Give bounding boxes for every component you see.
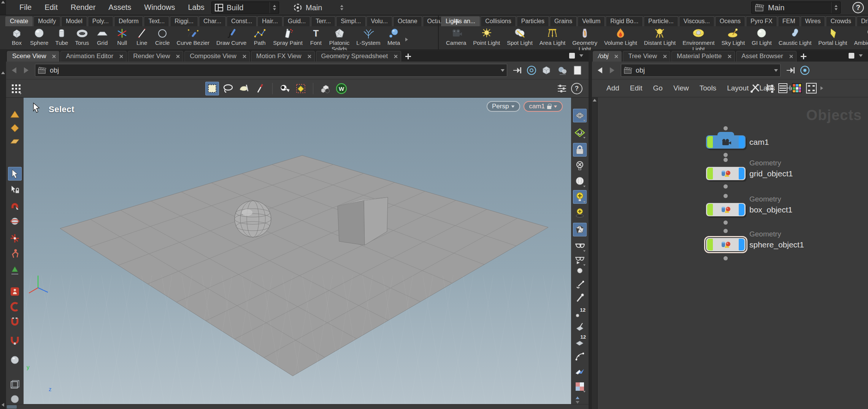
net-menu-tools[interactable]: Tools bbox=[694, 84, 722, 92]
menu-windows[interactable]: Windows bbox=[138, 3, 181, 12]
display-materials-icon[interactable] bbox=[573, 223, 587, 236]
node-output-connector[interactable] bbox=[724, 256, 728, 260]
node-flag-right[interactable] bbox=[739, 168, 744, 179]
pane-menu-icon[interactable] bbox=[579, 54, 583, 57]
node-output-connector[interactable] bbox=[724, 220, 728, 225]
shelf-tab-vellum[interactable]: Vellum bbox=[578, 16, 605, 26]
close-icon[interactable] bbox=[614, 54, 618, 59]
tool-grid[interactable]: Grid bbox=[92, 27, 112, 46]
close-icon[interactable] bbox=[52, 54, 56, 59]
shelf-tab-particles[interactable]: Particles bbox=[517, 16, 549, 26]
tool-metaball[interactable]: Meta bbox=[384, 27, 404, 46]
shelf-tab-deform[interactable]: Deform bbox=[114, 16, 143, 26]
radial-menu-icon[interactable] bbox=[800, 66, 809, 75]
hide-others-icon[interactable] bbox=[573, 239, 587, 253]
construction-plane-icon[interactable] bbox=[573, 109, 587, 122]
palette-grid-icon[interactable] bbox=[792, 83, 802, 94]
tool-gi-light[interactable]: GI Light bbox=[748, 27, 775, 46]
nav-forward-button[interactable] bbox=[21, 66, 31, 75]
tool-point-light[interactable]: Point Light bbox=[470, 27, 503, 46]
pane-maximize-icon[interactable] bbox=[849, 53, 854, 59]
spinner-icon[interactable] bbox=[337, 2, 346, 13]
camera-menu-pill[interactable]: cam1 bbox=[524, 101, 563, 112]
view-tool-icon[interactable] bbox=[8, 108, 22, 122]
box-select-button[interactable] bbox=[205, 82, 219, 95]
node-box-object1[interactable]: Geometry box_object1 bbox=[706, 203, 746, 216]
radial-menu-icon[interactable] bbox=[527, 66, 536, 75]
handles-tool-icon[interactable] bbox=[8, 121, 22, 135]
shelf-tab-fem[interactable]: FEM bbox=[778, 16, 800, 26]
view-lock-icon[interactable] bbox=[573, 143, 587, 157]
network-path-field[interactable]: obj bbox=[621, 64, 781, 77]
magnet-c-icon[interactable] bbox=[8, 300, 22, 314]
secure-select-icon[interactable] bbox=[8, 183, 22, 197]
shelf-tab-rigging[interactable]: Riggi... bbox=[170, 16, 198, 26]
new-tab-button[interactable] bbox=[405, 54, 411, 59]
reference-plane-icon[interactable] bbox=[573, 126, 587, 140]
list-view-icon[interactable] bbox=[778, 83, 788, 94]
network-scrollbar[interactable] bbox=[592, 97, 598, 409]
viewport-bottom-scrollbar[interactable] bbox=[6, 404, 589, 409]
node-input-connector[interactable] bbox=[724, 158, 728, 162]
shelf-tab-volume[interactable]: Volu... bbox=[367, 16, 392, 26]
shelf-tab-pyro[interactable]: Pyro FX bbox=[746, 16, 777, 26]
tool-portal-light[interactable]: Portal Light bbox=[815, 27, 851, 46]
shelf-tab-grains[interactable]: Grains bbox=[550, 16, 577, 26]
shelf-tab-drive-sim[interactable]: Drive Si... bbox=[857, 16, 868, 26]
shelf-tab-hair[interactable]: Hair... bbox=[257, 16, 282, 26]
shelf-tab-terrain[interactable]: Terr... bbox=[311, 16, 335, 26]
backfaces-icon[interactable] bbox=[573, 365, 587, 378]
pose-tool-icon[interactable] bbox=[8, 247, 22, 260]
tab-asset-browser[interactable]: Asset Browser bbox=[736, 51, 797, 62]
tool-null[interactable]: Null bbox=[112, 27, 132, 46]
node-flag-left[interactable] bbox=[707, 239, 713, 250]
snap-select-icon[interactable] bbox=[8, 199, 22, 213]
tool-box[interactable]: Box bbox=[7, 27, 27, 46]
prim-normals-icon[interactable] bbox=[573, 320, 587, 333]
toolbar-scroll-arrows[interactable] bbox=[576, 396, 579, 404]
viewport-3d[interactable]: y z Select Persp cam1 bbox=[24, 98, 571, 404]
toolbar-more-icon[interactable] bbox=[820, 86, 823, 90]
wire-box-icon[interactable] bbox=[8, 378, 22, 392]
tool-path[interactable]: Path bbox=[250, 27, 270, 46]
node-flag-left[interactable] bbox=[707, 168, 713, 179]
shelf-tab-particle-fluids[interactable]: Particle... bbox=[644, 16, 678, 26]
display-textures-icon[interactable] bbox=[573, 380, 587, 393]
pane-menu-icon[interactable] bbox=[859, 54, 863, 57]
tool-distant-light[interactable]: Distant Light bbox=[641, 27, 679, 46]
paint-select-button[interactable] bbox=[237, 82, 251, 95]
new-tab-button[interactable] bbox=[801, 54, 806, 59]
scatter-tool-icon[interactable] bbox=[8, 264, 22, 277]
tool-circle[interactable]: Circle bbox=[152, 27, 173, 46]
laser-select-button[interactable] bbox=[253, 82, 267, 95]
viewport-help-icon[interactable]: ? bbox=[571, 83, 582, 94]
tool-camera[interactable]: Camera bbox=[443, 27, 470, 46]
shelf-tab-collisions[interactable]: Collisions bbox=[481, 16, 516, 26]
hq-lighting-icon[interactable] bbox=[573, 206, 587, 220]
tool-volume-light[interactable]: Volume Light bbox=[601, 27, 641, 46]
view-menu-pill[interactable]: Persp bbox=[487, 101, 520, 112]
shelf-tab-poly[interactable]: Poly... bbox=[88, 16, 113, 26]
display-objects-icon[interactable] bbox=[541, 65, 552, 76]
node-flag-right[interactable] bbox=[739, 204, 744, 216]
net-menu-add[interactable]: Add bbox=[601, 84, 625, 92]
tool-curve-bezier[interactable]: Curve Bezier bbox=[173, 27, 213, 46]
handle-sphere-icon[interactable] bbox=[8, 214, 22, 228]
tool-area-light[interactable]: Area Light bbox=[536, 27, 569, 46]
add-shelf-tab-button[interactable] bbox=[454, 19, 459, 25]
node-output-connector[interactable] bbox=[724, 184, 728, 189]
tool-ambient-light[interactable]: Ambient Ligh bbox=[851, 27, 868, 46]
close-icon[interactable] bbox=[176, 54, 180, 59]
path-dropdown-icon[interactable] bbox=[774, 69, 778, 72]
node-input-connector[interactable] bbox=[724, 194, 728, 198]
pane-edge-strip[interactable] bbox=[0, 50, 6, 409]
shelf-more-icon[interactable] bbox=[405, 38, 408, 41]
net-menu-view[interactable]: View bbox=[668, 84, 694, 92]
menu-file[interactable]: File bbox=[13, 3, 38, 12]
close-icon[interactable] bbox=[394, 54, 398, 59]
tool-draw-curve[interactable]: Draw Curve bbox=[213, 27, 250, 46]
menu-labs[interactable]: Labs bbox=[181, 3, 211, 12]
tool-l-system[interactable]: L-System bbox=[353, 27, 384, 46]
tool-torus[interactable]: Torus bbox=[71, 27, 92, 46]
customize-tools-icon[interactable] bbox=[750, 83, 761, 94]
